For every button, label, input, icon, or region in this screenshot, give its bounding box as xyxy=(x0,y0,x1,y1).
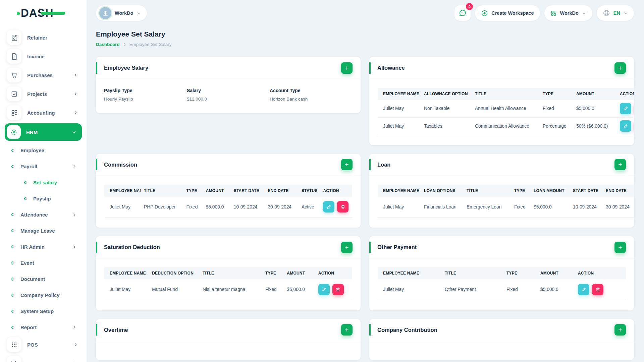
sidebar-item-label: Report xyxy=(20,324,37,330)
add-other-payment-button[interactable] xyxy=(614,242,626,253)
add-loan-button[interactable] xyxy=(614,159,626,170)
logo[interactable]: DASH xyxy=(0,0,87,26)
logo-dot xyxy=(17,12,20,15)
cell-deduction-option: Mutual Fund xyxy=(149,279,199,300)
sidebar-item-retainer[interactable]: Retainer xyxy=(0,28,87,47)
sidebar-item-set-salary[interactable]: Set salary xyxy=(0,174,87,190)
plus-icon xyxy=(618,245,623,250)
sidebar-item-label: Event xyxy=(20,260,34,266)
card-title: Overtime xyxy=(104,327,128,333)
add-saturation-deduction-button[interactable] xyxy=(341,242,353,253)
language-dropdown[interactable]: EN xyxy=(597,5,634,21)
edit-button[interactable] xyxy=(318,284,330,295)
workdo-dropdown-label: WorkDo xyxy=(560,10,579,16)
sidebar-item-manage-leave[interactable]: Manage Leave xyxy=(0,223,87,239)
sidebar-item-hr-admin[interactable]: HR Admin xyxy=(0,239,87,255)
add-allowance-button[interactable] xyxy=(614,62,626,74)
workdo-apps-dropdown[interactable]: WorkDo xyxy=(544,5,592,21)
cell-amount: $5,000.0 xyxy=(203,197,230,218)
sidebar-item-projects[interactable]: Projects xyxy=(0,84,87,103)
sidebar-item-purchases[interactable]: Purchases xyxy=(0,66,87,84)
pencil-icon xyxy=(326,204,331,209)
table-row: Juliet May Other Payment Fixed $5,000.0 xyxy=(378,279,626,300)
sidebar-nav: Retainer Invoice Purchases Projects xyxy=(0,26,87,362)
add-employee-salary-button[interactable] xyxy=(341,62,353,74)
pos-grid-icon xyxy=(7,337,21,352)
sidebar-item-company-policy[interactable]: Company Policy xyxy=(0,287,87,303)
edit-button[interactable] xyxy=(620,103,631,114)
allowance-card: Allowance EMPLOYEE NAME ALLOWNACE OPTION… xyxy=(369,57,634,145)
cell-end-date: 30-09-2024 xyxy=(602,197,634,218)
sidebar-item-accounting[interactable]: Accounting xyxy=(0,103,87,122)
edit-button[interactable] xyxy=(620,120,631,132)
sidebar-item-event[interactable]: Event xyxy=(0,255,87,271)
breadcrumb-dashboard-link[interactable]: Dashboard xyxy=(96,42,120,47)
bullet-icon xyxy=(11,261,15,265)
column-header: EMPLOYEE NAME xyxy=(104,185,141,197)
sidebar-item-payslip[interactable]: Payslip xyxy=(0,190,87,206)
sidebar-item-crm[interactable]: CRM xyxy=(0,354,87,362)
sidebar-item-invoice[interactable]: Invoice xyxy=(0,47,87,66)
chevron-right-icon xyxy=(73,92,78,96)
cell-amount: $5,000.0 xyxy=(573,100,616,117)
column-header: TYPE xyxy=(262,267,283,279)
field-label: Account Type xyxy=(270,88,353,93)
sidebar-item-attendance[interactable]: Attendance xyxy=(0,206,87,223)
column-header: START DATE xyxy=(230,185,265,197)
chevron-right-icon xyxy=(72,325,76,329)
add-overtime-button[interactable] xyxy=(341,324,353,336)
bullet-icon xyxy=(11,325,15,329)
edit-button[interactable] xyxy=(323,201,334,213)
field-value: Horizon Bank cash xyxy=(270,97,353,102)
breadcrumb: Dashboard Employee Set Salary xyxy=(96,42,634,47)
commission-table: EMPLOYEE NAME TITLE TYPE AMOUNT START DA… xyxy=(104,185,352,218)
globe-icon xyxy=(603,9,610,17)
cell-loan-amount: $5,000.0 xyxy=(530,197,570,218)
allowance-table-wrap: EMPLOYEE NAME ALLOWNACE OPTION TITLE TYP… xyxy=(369,79,634,145)
workspace-selector[interactable]: WorkDo xyxy=(96,5,147,21)
sidebar-item-hrm[interactable]: HRM xyxy=(5,123,82,141)
cell-actions xyxy=(575,279,626,300)
column-header: EMPLOYEE NAME xyxy=(378,185,421,197)
company-contribution-header: Company Contribution xyxy=(369,319,634,341)
bullet-icon xyxy=(11,213,15,217)
delete-button[interactable] xyxy=(592,284,603,295)
sidebar-item-employee[interactable]: Employee xyxy=(0,142,87,158)
add-company-contribution-button[interactable] xyxy=(614,324,626,336)
cell-title: PHP Developer xyxy=(141,197,183,218)
cell-actions xyxy=(616,100,634,117)
commission-table-wrap: EMPLOYEE NAME TITLE TYPE AMOUNT START DA… xyxy=(96,176,361,228)
add-commission-button[interactable] xyxy=(341,159,353,170)
delete-button[interactable] xyxy=(332,284,344,295)
sidebar-item-document[interactable]: Document xyxy=(0,271,87,287)
loan-table: EMPLOYEE NAME LOAN OPTIONS TITLE TYPE LO… xyxy=(378,185,634,218)
trash-icon xyxy=(340,204,345,209)
other-payment-card: Other Payment EMPLOYEE NAME TITLE TYPE A… xyxy=(369,236,634,310)
sidebar-item-report[interactable]: Report xyxy=(0,319,87,335)
sidebar-item-label: HR Admin xyxy=(20,244,45,250)
field-payslip-type: Payslip Type Hourly Payslip xyxy=(104,88,187,102)
column-header: END DATE xyxy=(264,185,298,197)
sidebar-item-pos[interactable]: POS xyxy=(0,335,87,354)
field-salary: Salary $12,000.0 xyxy=(187,88,270,102)
column-header: ALLOWNACE OPTION xyxy=(421,88,472,100)
sidebar-item-payroll[interactable]: Payroll xyxy=(0,158,87,174)
chevron-down-icon xyxy=(624,11,628,15)
column-header: LOAN OPTIONS xyxy=(421,185,463,197)
messages-button[interactable]: 0 xyxy=(454,5,471,21)
cell-title: Other Payment xyxy=(441,279,503,300)
bullet-icon xyxy=(11,277,15,281)
sidebar-item-system-setup[interactable]: System Setup xyxy=(0,303,87,319)
create-workspace-button[interactable]: Create Workspace xyxy=(475,5,540,21)
pencil-icon xyxy=(623,106,628,111)
sidebar: DASH Retainer Invoice Purchases xyxy=(0,0,87,362)
allowance-header: Allowance xyxy=(369,57,634,79)
trash-icon xyxy=(595,287,600,292)
field-value: $12,000.0 xyxy=(187,97,270,102)
delete-button[interactable] xyxy=(337,201,348,213)
edit-button[interactable] xyxy=(578,284,589,295)
commission-header: Commission xyxy=(96,154,361,176)
column-header: ACTION xyxy=(315,267,352,279)
cell-type: Fixed xyxy=(262,279,283,300)
column-header: ACTION xyxy=(575,267,626,279)
